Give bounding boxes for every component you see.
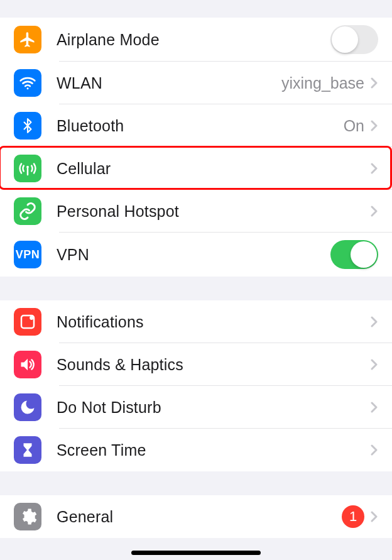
hourglass-icon	[14, 436, 41, 464]
label-sounds: Sounds & Haptics	[57, 356, 371, 374]
chevron-right-icon	[371, 120, 378, 131]
wifi-icon	[14, 69, 41, 97]
notification-square-icon	[14, 308, 41, 336]
toggle-airplane-mode[interactable]	[330, 25, 378, 54]
chevron-right-icon	[371, 163, 378, 174]
svg-point-4	[30, 316, 33, 320]
row-screentime[interactable]: Screen Time	[0, 429, 392, 471]
vpn-text-icon: VPN	[14, 241, 41, 268]
row-vpn[interactable]: VPNVPN	[0, 233, 392, 277]
label-vpn: VPN	[57, 246, 330, 264]
chevron-right-icon	[371, 316, 378, 327]
moon-icon	[14, 393, 41, 421]
settings-group-alerts: NotificationsSounds & HapticsDo Not Dist…	[0, 300, 392, 471]
airplane-icon	[14, 26, 41, 53]
value-bluetooth: On	[344, 117, 364, 135]
bluetooth-icon	[14, 112, 41, 140]
label-cellular: Cellular	[57, 160, 371, 178]
label-wlan: WLAN	[57, 74, 281, 92]
label-hotspot: Personal Hotspot	[57, 202, 371, 221]
label-screentime: Screen Time	[57, 441, 371, 459]
svg-point-0	[27, 87, 29, 89]
row-airplane-mode[interactable]: Airplane Mode	[0, 18, 392, 62]
gear-icon	[14, 503, 41, 530]
label-general: General	[57, 508, 342, 526]
value-wlan: yixing_base	[281, 74, 364, 92]
label-bluetooth: Bluetooth	[57, 117, 344, 135]
speaker-icon	[14, 351, 41, 378]
toggle-vpn[interactable]	[330, 240, 378, 269]
home-indicator	[131, 551, 261, 555]
chevron-right-icon	[371, 511, 378, 522]
row-general[interactable]: General1	[0, 495, 392, 538]
row-bluetooth[interactable]: BluetoothOn	[0, 104, 392, 147]
chevron-right-icon	[371, 359, 378, 370]
chevron-right-icon	[371, 206, 378, 217]
row-hotspot[interactable]: Personal Hotspot	[0, 190, 392, 233]
row-cellular[interactable]: Cellular	[0, 147, 392, 190]
label-notifications: Notifications	[57, 313, 371, 331]
settings-group-general-group: General1	[0, 495, 392, 538]
row-notifications[interactable]: Notifications	[0, 300, 392, 343]
link-icon	[14, 197, 41, 225]
settings-group-connectivity: Airplane ModeWLANyixing_baseBluetoothOnC…	[0, 18, 392, 277]
row-dnd[interactable]: Do Not Disturb	[0, 386, 392, 429]
chevron-right-icon	[371, 444, 378, 456]
badge-general: 1	[342, 505, 364, 528]
chevron-right-icon	[371, 77, 378, 89]
label-dnd: Do Not Disturb	[57, 398, 371, 417]
chevron-right-icon	[371, 402, 378, 413]
label-airplane-mode: Airplane Mode	[57, 31, 330, 49]
antenna-icon	[14, 155, 41, 182]
row-sounds[interactable]: Sounds & Haptics	[0, 343, 392, 386]
row-wlan[interactable]: WLANyixing_base	[0, 62, 392, 104]
